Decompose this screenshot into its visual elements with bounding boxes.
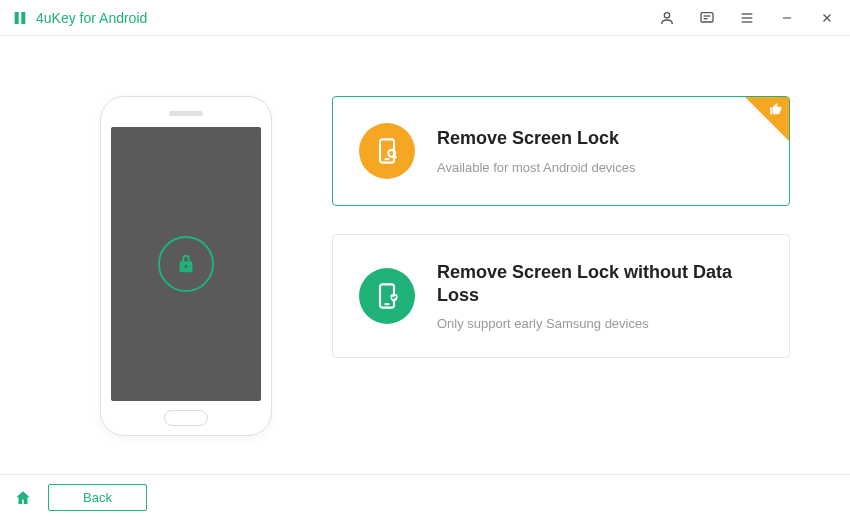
home-button[interactable] (14, 489, 32, 507)
options-panel: Remove Screen Lock Available for most An… (332, 96, 790, 436)
phone-unlock-icon (359, 123, 415, 179)
phone-illustration (100, 96, 272, 436)
option-title: Remove Screen Lock without Data Loss (437, 261, 761, 306)
titlebar: 4uKey for Android (0, 0, 850, 36)
menu-icon[interactable] (734, 5, 760, 31)
app-title: 4uKey for Android (36, 10, 147, 26)
account-icon[interactable] (654, 5, 680, 31)
option-body: Remove Screen Lock without Data Loss Onl… (437, 261, 761, 331)
option-remove-screen-lock[interactable]: Remove Screen Lock Available for most An… (332, 96, 790, 206)
option-title: Remove Screen Lock (437, 127, 635, 150)
option-body: Remove Screen Lock Available for most An… (437, 127, 635, 175)
option-subtitle: Available for most Android devices (437, 160, 635, 175)
footer: Back (0, 474, 850, 520)
back-button[interactable]: Back (48, 484, 147, 511)
option-subtitle: Only support early Samsung devices (437, 316, 761, 331)
feedback-icon[interactable] (694, 5, 720, 31)
svg-point-0 (664, 12, 669, 17)
option-remove-screen-lock-no-data-loss[interactable]: Remove Screen Lock without Data Loss Onl… (332, 234, 790, 358)
main-content: Remove Screen Lock Available for most An… (0, 36, 850, 436)
phone-home-button (164, 410, 208, 426)
close-button[interactable] (814, 5, 840, 31)
app-logo-icon (12, 10, 28, 26)
phone-screen (111, 127, 261, 401)
svg-rect-1 (701, 12, 713, 21)
minimize-button[interactable] (774, 5, 800, 31)
app-logo: 4uKey for Android (12, 10, 147, 26)
titlebar-controls (654, 5, 840, 31)
phone-speaker (169, 111, 203, 116)
thumbs-up-icon (769, 102, 783, 119)
lock-icon (158, 236, 214, 292)
phone-shield-icon (359, 268, 415, 324)
